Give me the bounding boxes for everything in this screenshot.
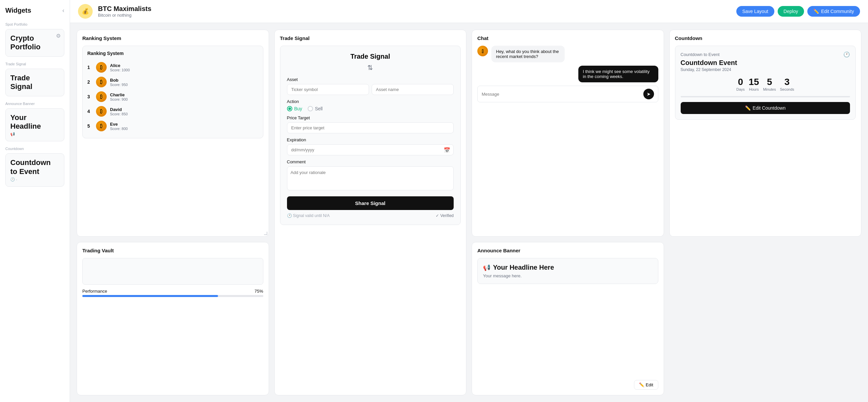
- countdown-minutes: 5 Minutes: [763, 77, 776, 91]
- community-info: BTC Maximalists Bitcoin or nothing: [98, 5, 151, 18]
- vault-performance: Performance 75%: [82, 289, 264, 297]
- chat-message-2: I think we might see some volatility in …: [477, 66, 658, 82]
- edit-community-icon: ✏️: [813, 9, 819, 14]
- share-signal-button[interactable]: Share Signal: [287, 196, 454, 210]
- chat-send-button[interactable]: ➤: [643, 89, 654, 99]
- countdown-header: Countdown to Event 🕐: [681, 51, 850, 58]
- trade-footer: 🕐 Signal valid until N/A ✓ Verified: [287, 213, 454, 218]
- sidebar-collapse-button[interactable]: ‹: [62, 7, 64, 14]
- ticker-input[interactable]: [287, 84, 369, 95]
- countdown-hours: 15 Hours: [749, 77, 759, 91]
- ranking-item-3: 3 ₿ Charlie Score: 900: [87, 89, 258, 104]
- chat-avatar-1: ₿: [477, 46, 488, 56]
- edit-announce-icon: ✏️: [639, 382, 644, 387]
- edit-countdown-button[interactable]: ✏️ Edit Countdown: [681, 102, 850, 114]
- comment-textarea[interactable]: [287, 166, 454, 190]
- chat-input-row: ➤: [477, 86, 658, 102]
- sidebar-widget-countdown[interactable]: Countdownto Event 🕐 -: [5, 153, 64, 187]
- content-grid: Ranking System Ranking System 1 ₿ Alice …: [70, 23, 868, 402]
- countdown-days: 0 Days: [736, 77, 745, 91]
- trade-arrows-icon: ⇅: [287, 64, 454, 72]
- expiration-input[interactable]: [287, 144, 454, 155]
- sidebar-widget-title-countdown: Countdownto Event: [10, 158, 59, 176]
- topbar: 💰 BTC Maximalists Bitcoin or nothing Sav…: [70, 0, 868, 23]
- announce-banner-panel: Announce Banner 📢 Your Headline Here You…: [472, 242, 664, 395]
- ranking-inner-title: Ranking System: [87, 51, 258, 56]
- gear-icon[interactable]: ⚙: [56, 33, 61, 39]
- rank-avatar-3: ₿: [96, 91, 107, 102]
- sidebar-section-spot-portfolio: Spot Portfolio ⚙ CryptoPortfolio: [5, 22, 64, 57]
- chat-bubble-2: I think we might see some volatility in …: [578, 66, 658, 82]
- sell-option[interactable]: Sell: [308, 106, 323, 111]
- rank-avatar-5: ₿: [96, 121, 107, 131]
- chat-bubble-1: Hey, what do you think about the recent …: [491, 46, 565, 62]
- countdown-event-title: Countdown Event: [681, 59, 850, 67]
- performance-bar-fill: [82, 295, 218, 297]
- action-label: Action: [287, 99, 454, 104]
- performance-bar-bg: [82, 295, 264, 297]
- topbar-actions: Save Layout Deploy ✏️ Edit Community: [736, 6, 860, 17]
- trade-signal-panel: Trade Signal Trade Signal ⇅ Asset Action…: [274, 30, 467, 395]
- price-target-label: Price Target: [287, 115, 454, 120]
- countdown-progress-bar: [681, 96, 850, 97]
- send-icon: ➤: [647, 91, 651, 97]
- sidebar: Widgets ‹ Spot Portfolio ⚙ CryptoPortfol…: [0, 0, 70, 402]
- announce-message: Your message here.: [483, 273, 653, 278]
- chat-input[interactable]: [482, 92, 641, 97]
- calendar-icon[interactable]: 📅: [444, 147, 450, 153]
- buy-label: Buy: [294, 106, 302, 111]
- countdown-event-date: Sunday, 22 September 2024: [681, 67, 850, 72]
- ranking-resize-handle[interactable]: [264, 232, 267, 235]
- sidebar-section-label-countdown: Countdown: [5, 147, 64, 151]
- megaphone-icon: 📢: [483, 264, 490, 271]
- asset-label: Asset: [287, 77, 454, 82]
- buy-option[interactable]: Buy: [287, 106, 302, 111]
- price-target-input[interactable]: [287, 122, 454, 133]
- countdown-digits: 0 Days 15 Hours 5 Minutes 3 Seconds: [681, 77, 850, 91]
- ranking-panel-title: Ranking System: [82, 35, 264, 41]
- rank-avatar-2: ₿: [96, 77, 107, 87]
- main-area: 💰 BTC Maximalists Bitcoin or nothing Sav…: [70, 0, 868, 402]
- chat-message-1: ₿ Hey, what do you think about the recen…: [477, 46, 658, 62]
- countdown-inner: Countdown to Event 🕐 Countdown Event Sun…: [675, 46, 856, 120]
- announce-inner: 📢 Your Headline Here Your message here.: [477, 258, 658, 284]
- signal-valid-text: 🕐 Signal valid until N/A: [287, 213, 330, 218]
- announce-edit-button[interactable]: ✏️ Edit: [634, 380, 658, 390]
- action-row: Buy Sell: [287, 106, 454, 111]
- sidebar-section-trade-signal: Trade Signal TradeSignal: [5, 62, 64, 96]
- announce-headline: Your Headline Here: [493, 264, 554, 271]
- performance-label: Performance: [82, 289, 107, 294]
- countdown-clock-icon: 🕐: [843, 51, 850, 58]
- community-avatar: 💰: [78, 4, 93, 19]
- rank-avatar-1: ₿: [96, 62, 107, 73]
- sidebar-widget-title-crypto: CryptoPortfolio: [10, 34, 59, 52]
- asset-name-input[interactable]: [372, 84, 454, 95]
- ranking-panel: Ranking System Ranking System 1 ₿ Alice …: [77, 30, 269, 237]
- trade-signal-title: Trade Signal: [287, 53, 454, 60]
- trade-signal-inner: Trade Signal ⇅ Asset Action Buy Sell: [280, 46, 461, 225]
- sidebar-section-countdown: Countdown Countdownto Event 🕐 -: [5, 147, 64, 187]
- countdown-panel-title: Countdown: [675, 35, 856, 41]
- buy-radio[interactable]: [287, 106, 292, 111]
- save-layout-button[interactable]: Save Layout: [736, 6, 774, 17]
- sidebar-widget-title-announce: YourHeadline: [10, 113, 59, 131]
- ranking-inner: Ranking System 1 ₿ Alice Score: 1000 2 ₿: [82, 46, 264, 138]
- trade-signal-panel-title: Trade Signal: [280, 35, 461, 41]
- trading-vault-panel: Trading Vault Performance 75%: [77, 242, 269, 395]
- chat-panel-title: Chat: [477, 35, 658, 41]
- asset-inputs: [287, 84, 454, 95]
- edit-community-button[interactable]: ✏️ Edit Community: [807, 6, 860, 17]
- announce-banner-panel-title: Announce Banner: [477, 248, 658, 253]
- sidebar-widget-crypto-portfolio[interactable]: ⚙ CryptoPortfolio: [5, 29, 64, 57]
- rank-avatar-4: ₿: [96, 106, 107, 117]
- community-name: BTC Maximalists: [98, 5, 151, 13]
- trading-vault-title: Trading Vault: [82, 248, 264, 253]
- sidebar-section-announce: Announce Banner YourHeadline 📢: [5, 102, 64, 142]
- sidebar-widget-trade-signal[interactable]: TradeSignal: [5, 69, 64, 96]
- sidebar-widget-announce[interactable]: YourHeadline 📢: [5, 108, 64, 142]
- sell-radio[interactable]: [308, 106, 313, 111]
- sidebar-section-label-spot: Spot Portfolio: [5, 22, 64, 26]
- comment-label: Comment: [287, 159, 454, 164]
- deploy-button[interactable]: Deploy: [778, 6, 804, 17]
- performance-value: 75%: [254, 289, 263, 294]
